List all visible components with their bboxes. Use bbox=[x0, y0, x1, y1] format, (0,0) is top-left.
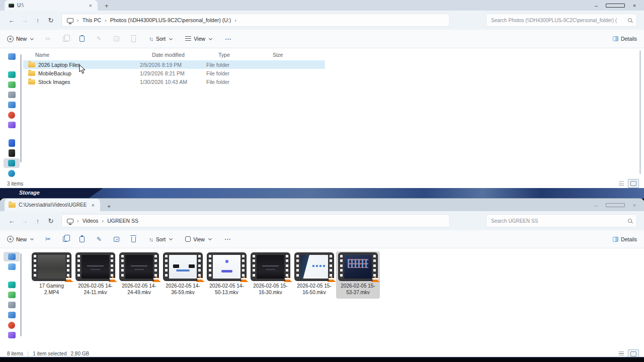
table-row[interactable]: MobileBackup 1/29/2026 8:21 PM File fold… bbox=[23, 69, 325, 77]
video-tile-selected[interactable]: 2026-02-05 15-53-37.mkv bbox=[336, 251, 380, 299]
delete-button[interactable] bbox=[131, 236, 136, 242]
sidebar-item-drive-c[interactable] bbox=[4, 138, 20, 148]
sidebar-item-pictures[interactable] bbox=[4, 100, 20, 110]
search-box[interactable]: Search UGREEN SS bbox=[486, 214, 637, 227]
back-button[interactable]: ← bbox=[5, 217, 18, 225]
computer-icon bbox=[67, 18, 73, 23]
sidebar-item-pictures[interactable] bbox=[4, 310, 20, 320]
close-button[interactable]: × bbox=[625, 3, 644, 9]
search-icon bbox=[628, 219, 632, 223]
new-icon: + bbox=[7, 36, 14, 42]
breadcrumb-ugreen-ss[interactable]: UGREEN SS bbox=[107, 218, 138, 224]
rename-button[interactable]: ✎ bbox=[97, 35, 102, 42]
tab-u-drive[interactable]: U:\ × bbox=[5, 0, 98, 11]
video-tile[interactable]: 2026-02-05 14-24-49.mkv bbox=[117, 251, 161, 299]
more-button[interactable]: ⋯ bbox=[224, 235, 231, 243]
copy-button[interactable] bbox=[63, 236, 67, 242]
copy-button[interactable] bbox=[63, 36, 67, 42]
video-tile[interactable]: 2026-02-05 15-16-30.mkv bbox=[249, 251, 292, 299]
sidebar-item-downloads[interactable] bbox=[4, 80, 20, 89]
sort-label: Sort bbox=[156, 236, 166, 242]
search-box[interactable]: Search Photos (\\DH4300PLUS-9C2C\persona… bbox=[486, 14, 637, 27]
sidebar-item-drive-u[interactable] bbox=[4, 158, 20, 168]
table-row[interactable]: 2026 Laptop Files 2/5/2026 8:19 PM File … bbox=[23, 60, 325, 69]
breadcrumb-this-pc[interactable]: This PC bbox=[83, 17, 101, 23]
sidebar-item-desktop[interactable] bbox=[4, 70, 20, 79]
column-name[interactable]: Name bbox=[35, 52, 152, 58]
new-button[interactable]: + New bbox=[7, 36, 33, 42]
minimize-button[interactable]: – bbox=[587, 3, 606, 9]
thumbnail-view-toggle[interactable] bbox=[628, 179, 639, 188]
maximize-button[interactable] bbox=[606, 3, 625, 9]
share-button[interactable]: ↗ bbox=[114, 237, 119, 242]
rename-button[interactable]: ✎ bbox=[97, 236, 102, 243]
new-button[interactable]: + New bbox=[7, 236, 33, 242]
breadcrumb-videos[interactable]: Videos bbox=[83, 218, 99, 224]
close-button[interactable]: × bbox=[625, 202, 644, 208]
sidebar-scrollbar[interactable] bbox=[20, 253, 22, 336]
file-name: 17 Gaming 2.MP4 bbox=[32, 283, 72, 296]
new-tab-button[interactable]: + bbox=[107, 203, 111, 210]
address-box[interactable]: › This PC › Photos (\\DH4300PLUS-9C2C\pe… bbox=[61, 14, 450, 27]
sidebar-scrollbar[interactable] bbox=[20, 54, 22, 162]
vertical-scrollbar[interactable] bbox=[639, 50, 641, 174]
sidebar-item-documents[interactable] bbox=[4, 90, 20, 100]
sort-button[interactable]: ↑↓ Sort bbox=[149, 236, 172, 242]
sort-button[interactable]: ↑↓ Sort bbox=[149, 36, 172, 42]
tab-close-icon[interactable]: × bbox=[88, 3, 94, 9]
sidebar-item-music[interactable] bbox=[4, 320, 20, 330]
details-button[interactable]: Details bbox=[613, 236, 637, 242]
sidebar-item-network[interactable] bbox=[4, 168, 20, 178]
video-tile[interactable]: 2026-02-05 15-16-50.mkv bbox=[292, 251, 336, 299]
up-button[interactable]: ↑ bbox=[31, 17, 44, 24]
forward-button[interactable]: → bbox=[18, 217, 31, 225]
column-date-modified[interactable]: Date modified bbox=[152, 52, 218, 58]
video-tile[interactable]: 2026-02-05 14-50-13.mkv bbox=[205, 251, 249, 299]
address-box[interactable]: › Videos › UGREEN SS bbox=[61, 214, 450, 227]
forward-button[interactable]: → bbox=[18, 17, 31, 24]
chevron-down-icon bbox=[169, 36, 173, 40]
view-button[interactable]: View bbox=[185, 236, 211, 242]
sidebar-item-drive-d[interactable] bbox=[4, 148, 20, 158]
paste-button[interactable] bbox=[79, 236, 85, 242]
refresh-button[interactable]: ↻ bbox=[44, 217, 57, 225]
sidebar-item-videos[interactable] bbox=[4, 120, 20, 130]
column-size[interactable]: Size bbox=[273, 52, 303, 58]
details-view-icon[interactable] bbox=[619, 182, 624, 186]
minimize-button[interactable]: – bbox=[587, 202, 606, 208]
selection-count: 1 item selected bbox=[33, 351, 66, 356]
details-button[interactable]: Details bbox=[613, 36, 637, 42]
column-type[interactable]: Type bbox=[218, 52, 273, 58]
refresh-button[interactable]: ↻ bbox=[44, 17, 57, 24]
delete-button[interactable] bbox=[131, 36, 136, 42]
share-icon: ↗ bbox=[114, 36, 119, 41]
table-row[interactable]: Stock Images 1/30/2026 10:43 AM File fol… bbox=[23, 77, 325, 86]
maximize-button[interactable] bbox=[606, 202, 625, 208]
new-tab-button[interactable]: + bbox=[105, 2, 109, 10]
cut-button[interactable]: ✂ bbox=[45, 235, 51, 243]
more-button[interactable]: ⋯ bbox=[225, 35, 232, 43]
sidebar-item-gallery[interactable] bbox=[4, 262, 20, 272]
sidebar-item-desktop[interactable] bbox=[4, 280, 20, 290]
sidebar-item-home[interactable] bbox=[4, 52, 20, 61]
video-tile[interactable]: 17 Gaming 2.MP4 bbox=[30, 251, 73, 299]
video-tile[interactable]: 2026-02-05 14-36-59.mkv bbox=[161, 251, 205, 299]
breadcrumb-photos-share[interactable]: Photos (\\DH4300PLUS-9C2C\personal_folde… bbox=[110, 17, 231, 23]
sidebar-item-home[interactable] bbox=[4, 252, 20, 261]
view-button[interactable]: View bbox=[185, 36, 212, 42]
desktop-icon bbox=[8, 282, 16, 288]
details-view-icon[interactable] bbox=[619, 351, 624, 356]
sidebar-item-downloads[interactable] bbox=[4, 290, 20, 300]
item-count: 8 items bbox=[7, 351, 23, 356]
back-button[interactable]: ← bbox=[5, 17, 18, 24]
sidebar-item-documents[interactable] bbox=[4, 300, 20, 310]
share-button[interactable]: ↗ bbox=[114, 36, 119, 41]
tab-close-icon[interactable]: × bbox=[90, 202, 96, 208]
paste-button[interactable] bbox=[79, 36, 85, 42]
sidebar-item-music[interactable] bbox=[4, 110, 20, 120]
cut-button[interactable]: ✂ bbox=[45, 35, 51, 43]
sidebar-item-videos[interactable] bbox=[4, 330, 20, 340]
tab-ugreen[interactable]: C:\Users\adria\Videos\UGREE × bbox=[5, 199, 100, 211]
up-button[interactable]: ↑ bbox=[31, 217, 44, 225]
video-tile[interactable]: 2026-02-05 14-24-11.mkv bbox=[73, 251, 117, 299]
